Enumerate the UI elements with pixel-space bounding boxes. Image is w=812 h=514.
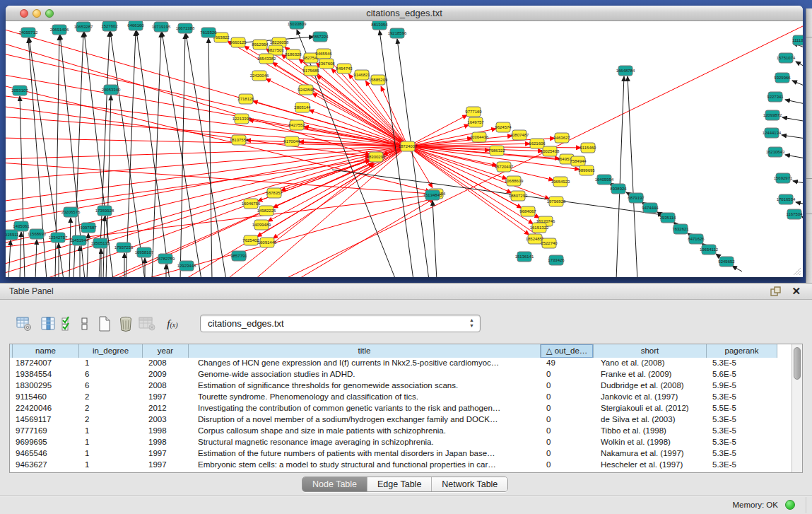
graph-node[interactable]: 17957253 (114, 243, 134, 252)
graph-node[interactable]: 12213393 (233, 114, 252, 124)
float-window-icon[interactable] (770, 286, 781, 297)
graph-node[interactable]: 12444134 (763, 128, 782, 138)
graph-node[interactable]: 9777169 (465, 107, 482, 117)
table-row[interactable]: 2242004622012Investigating the contribut… (10, 403, 777, 414)
table-row[interactable]: 1872400712008Changes of HCN gene express… (10, 358, 777, 369)
tab-edge-table[interactable]: Edge Table (367, 477, 432, 491)
graph-node[interactable]: 10654112 (700, 245, 719, 255)
delete-entries-button[interactable] (116, 313, 136, 334)
column-header-name[interactable]: name (13, 344, 79, 358)
graph-node[interactable]: 14099489 (252, 220, 271, 230)
graph-node[interactable]: 5878357 (266, 188, 283, 198)
graph-node[interactable]: 1649757 (467, 117, 484, 127)
graph-node[interactable]: 8454743 (336, 64, 353, 74)
graph-node[interactable]: 9245652 (718, 257, 735, 267)
table-row[interactable]: 1456911722003Disruption of a novel membe… (10, 414, 777, 426)
graph-node[interactable]: 7857224 (312, 32, 329, 42)
table-row[interactable]: 911546021997Tourette syndrome. Phenomeno… (10, 392, 777, 403)
graph-node[interactable]: 6879197 (628, 193, 645, 203)
graph-node[interactable]: 16210643 (766, 147, 785, 157)
resize-grip[interactable] (792, 266, 801, 276)
network-canvas[interactable]: 1872400718300295193845547663822966012589… (6, 21, 803, 277)
graph-node[interactable]: 14982225 (257, 206, 276, 216)
graph-node[interactable]: 9857791 (230, 251, 247, 261)
graph-node[interactable]: 18107554 (230, 135, 249, 145)
table-row[interactable]: 1830029562008Estimation of significance … (10, 380, 777, 392)
graph-node[interactable]: 9684067 (519, 206, 536, 216)
table-row[interactable]: 1938455462009Genome-wide association stu… (10, 369, 777, 380)
graph-node[interactable]: 18724007 (399, 141, 418, 151)
graph-node[interactable]: 20691406 (50, 25, 69, 35)
table-row[interactable]: 946362711997Embryonic stem cells: a mode… (10, 460, 777, 471)
graph-node[interactable]: 18300295 (367, 152, 386, 162)
graph-node[interactable]: 16782759 (156, 254, 175, 264)
graph-node[interactable]: 15751074 (777, 53, 796, 63)
graph-node[interactable]: 15720407 (495, 162, 514, 172)
graph-node[interactable]: 1167534 (787, 209, 803, 219)
graph-node[interactable]: 16046756 (242, 199, 261, 209)
graph-node[interactable]: 20053340 (102, 85, 121, 95)
graph-node[interactable]: 1527602 (101, 21, 118, 31)
graph-node[interactable]: 8427552 (288, 120, 305, 130)
graph-node[interactable]: 8186328 (285, 49, 302, 59)
graph-node[interactable]: 11568693 (28, 229, 47, 239)
graph-node[interactable]: 2718126 (237, 94, 254, 104)
graph-node[interactable]: 16648784 (616, 66, 635, 76)
row-height-button[interactable] (75, 313, 95, 334)
memory-ok-indicator[interactable] (785, 500, 795, 510)
graph-node[interactable]: 16405954 (595, 175, 614, 185)
column-header-short[interactable]: short (594, 344, 707, 358)
graph-node[interactable]: 11451944 (70, 235, 89, 245)
column-header-year[interactable]: year (143, 344, 189, 358)
graph-node[interactable]: 16091445 (258, 238, 277, 247)
graph-node[interactable]: 10653287 (74, 22, 93, 32)
delete-table-button[interactable] (137, 313, 157, 334)
table-row[interactable]: 977716911998Corpus callosum shape and si… (10, 426, 777, 437)
column-header-title[interactable]: title (189, 344, 541, 358)
column-header-out_de[interactable]: △ out_de… (541, 344, 594, 358)
graph-node[interactable]: 1111304 (792, 35, 803, 45)
graph-node[interactable]: 2367608 (318, 59, 335, 69)
graph-node[interactable]: 9624574 (495, 122, 512, 132)
graph-node[interactable]: 3915911 (6, 230, 19, 240)
graph-node[interactable]: 9474444 (642, 203, 659, 213)
function-builder-button[interactable]: f(x) (163, 313, 182, 334)
graph-node[interactable]: 15136141 (515, 252, 534, 262)
graph-node[interactable]: 8471626 (688, 234, 705, 244)
graph-node[interactable]: 8813054 (371, 21, 388, 30)
graph-node[interactable]: 9242848 (298, 85, 314, 95)
graph-node[interactable]: 9175685 (302, 66, 319, 76)
tab-network-table[interactable]: Network Table (432, 477, 507, 491)
graph-node[interactable]: 2522740 (541, 238, 558, 248)
scrollbar-thumb[interactable] (794, 347, 801, 380)
graph-node[interactable]: 18807293 (509, 191, 528, 201)
graph-node[interactable]: 24055712 (19, 28, 38, 37)
graph-node[interactable]: 17016534 (777, 194, 796, 204)
graph-node[interactable]: 16151322 (530, 223, 549, 233)
show-column-button[interactable] (38, 313, 58, 334)
graph-node[interactable]: 20206576 (61, 207, 81, 217)
graph-node[interactable]: 10807487 (510, 130, 529, 140)
graph-node[interactable]: 8912954 (252, 40, 269, 49)
graph-node[interactable]: 19654923 (551, 177, 570, 187)
graph-node[interactable]: 7632621 (672, 224, 689, 234)
network-view[interactable]: 1872400718300295193845547663822966012589… (6, 21, 803, 277)
graph-node[interactable]: 7584944 (570, 156, 587, 166)
graph-node[interactable]: 6466160 (127, 21, 144, 30)
graph-node[interactable]: 16033809 (288, 21, 307, 29)
table-chooser-dropdown[interactable]: citations_edges.txt ▲▼ (200, 315, 481, 332)
graph-node[interactable]: 2053107 (11, 86, 28, 95)
new-document-button[interactable] (95, 313, 114, 334)
graph-node[interactable]: 1733426 (548, 255, 565, 265)
graph-node[interactable]: 9227341 (767, 92, 784, 102)
graph-node[interactable]: 12342757 (49, 233, 68, 243)
table-settings-button[interactable] (14, 313, 34, 334)
graph-node[interactable]: 10688609 (505, 176, 524, 186)
graph-node[interactable]: 13505135 (91, 238, 110, 248)
table-row[interactable]: 946554611997Estimation of the future num… (10, 448, 777, 460)
graph-node[interactable]: 2935114 (660, 213, 677, 223)
graph-node[interactable]: 15692971 (774, 173, 793, 183)
graph-node[interactable]: 9465546 (315, 49, 332, 59)
graph-node[interactable]: 9899695 (578, 165, 595, 175)
graph-node[interactable]: 17359928 (95, 206, 114, 216)
